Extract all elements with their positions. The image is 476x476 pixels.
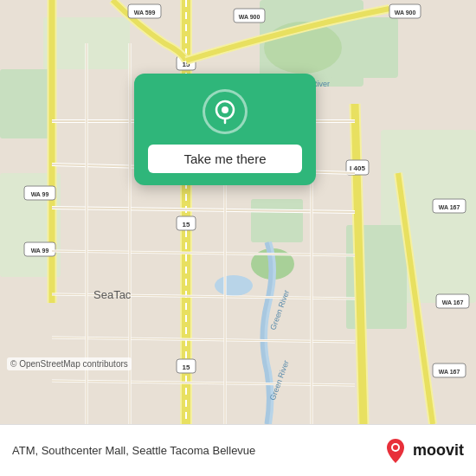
svg-text:WA 167: WA 167 [439, 369, 460, 375]
svg-text:WA 167: WA 167 [439, 204, 460, 210]
svg-text:SeaTac: SeaTac [93, 288, 132, 301]
svg-text:WA 99: WA 99 [31, 191, 49, 197]
location-pin-icon [203, 89, 248, 134]
svg-text:WA 167: WA 167 [442, 299, 464, 306]
moovit-brand-text: moovit [413, 441, 464, 460]
svg-point-71 [222, 106, 228, 113]
location-title: ATM, Southcenter Mall, Seattle Tacoma Be… [12, 444, 383, 457]
svg-text:WA 900: WA 900 [395, 10, 416, 16]
svg-text:WA 900: WA 900 [239, 14, 261, 20]
svg-text:15: 15 [183, 363, 190, 371]
svg-text:WA 99: WA 99 [31, 248, 49, 254]
bottom-bar: ATM, Southcenter Mall, Seattle Tacoma Be… [0, 424, 476, 476]
svg-line-55 [52, 338, 355, 342]
moovit-logo: moovit [383, 437, 464, 465]
svg-point-73 [393, 445, 398, 450]
svg-rect-8 [0, 69, 52, 138]
map-container: 15 15 15 I 405 WA 99 WA 99 WA 599 WA 900… [0, 0, 476, 424]
svg-point-10 [215, 275, 253, 296]
svg-text:WA 599: WA 599 [134, 10, 156, 16]
svg-text:I 405: I 405 [350, 164, 365, 172]
svg-rect-3 [251, 199, 303, 242]
take-me-there-button[interactable]: Take me there [148, 145, 302, 173]
svg-line-21 [355, 104, 363, 424]
svg-line-51 [52, 251, 355, 255]
svg-text:15: 15 [183, 221, 190, 228]
osm-credit: © OpenStreetMap contributors [7, 357, 132, 370]
moovit-logo-icon [383, 437, 408, 465]
svg-line-57 [52, 381, 355, 385]
location-card: Take me there [134, 74, 316, 185]
